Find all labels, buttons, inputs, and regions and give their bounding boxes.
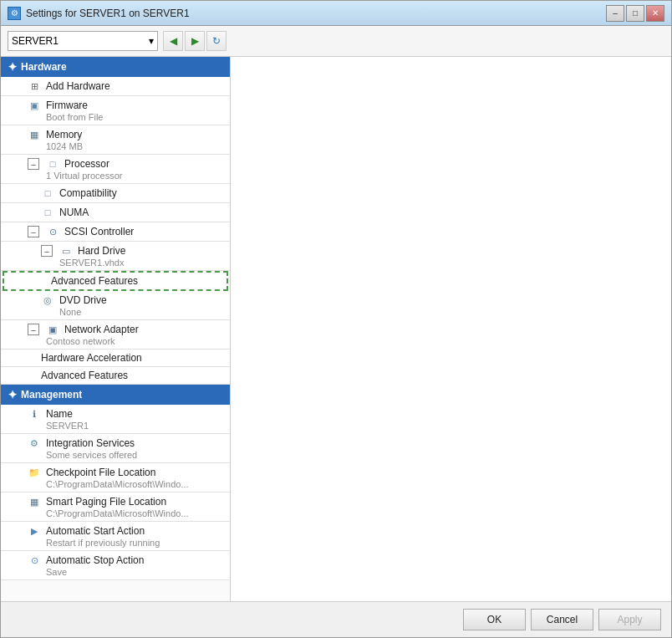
server-dropdown-value: SERVER1 (12, 35, 59, 47)
sidebar-item-network-adapter[interactable]: – ▣ Network Adapter Contoso network (1, 320, 230, 350)
ok-button[interactable]: OK (463, 609, 526, 630)
memory-sublabel: 1024 MB (46, 141, 223, 151)
sidebar-item-integration-services[interactable]: ⚙ Integration Services Some services off… (1, 434, 230, 463)
harddrive-expand-icon[interactable]: – (41, 245, 53, 257)
firmware-sublabel: Boot from File (46, 112, 223, 122)
auto-stop-sublabel: Save (46, 567, 223, 577)
window-title: Settings for SERVER1 on SERVER1 (26, 8, 190, 19)
sidebar-item-auto-stop[interactable]: ⊙ Automatic Stop Action Save (1, 551, 230, 580)
integration-sublabel: Some services offered (46, 450, 223, 460)
add-hardware-icon: ⊞ (28, 79, 41, 93)
scsi-icon: ⊙ (46, 225, 59, 238)
integration-icon: ⚙ (28, 436, 41, 450)
name-label: Name (46, 408, 73, 420)
scsi-expand-icon[interactable]: – (28, 226, 39, 237)
apply-button[interactable]: Apply (598, 609, 661, 630)
server-dropdown[interactable]: SERVER1 ▾ (8, 31, 158, 51)
sidebar-item-hard-drive[interactable]: – ▭ Hard Drive SERVER1.vhdx (1, 242, 230, 271)
autostart-icon: ▶ (28, 524, 41, 538)
hardware-star-icon: ✦ (8, 60, 18, 74)
sidebar-item-name[interactable]: ℹ Name SERVER1 (1, 405, 230, 434)
network-sublabel: Contoso network (46, 336, 223, 346)
sidebar-item-advanced-features-net[interactable]: Advanced Features (1, 367, 230, 385)
memory-icon: ▦ (28, 128, 41, 141)
title-bar-left: ⚙ Settings for SERVER1 on SERVER1 (8, 7, 190, 20)
checkpoint-label: Checkpoint File Location (46, 467, 155, 478)
checkpoint-sublabel: C:\ProgramData\Microsoft\Windo... (46, 479, 223, 489)
hardware-section-header: ✦ Hardware (1, 57, 230, 77)
sidebar-item-memory[interactable]: ▦ Memory 1024 MB (1, 125, 230, 155)
memory-label: Memory (46, 129, 82, 140)
processor-sublabel: 1 Virtual processor (46, 171, 223, 181)
firmware-icon: ▣ (28, 99, 41, 112)
name-icon: ℹ (28, 407, 41, 421)
management-section-header: ✦ Management (1, 385, 230, 405)
content-area (231, 57, 671, 601)
sidebar-item-add-hardware[interactable]: ⊞ Add Hardware (1, 77, 230, 96)
sidebar-item-checkpoint[interactable]: 📁 Checkpoint File Location C:\ProgramDat… (1, 463, 230, 493)
sidebar-item-auto-start[interactable]: ▶ Automatic Start Action Restart if prev… (1, 522, 230, 551)
nav-back-button[interactable]: ◀ (163, 31, 183, 51)
firmware-label: Firmware (46, 100, 88, 111)
network-icon: ▣ (46, 323, 59, 336)
compatibility-label: Compatibility (59, 187, 117, 199)
hardware-header-label: Hardware (21, 61, 67, 73)
auto-start-label: Automatic Start Action (46, 525, 145, 537)
processor-icon: □ (46, 157, 59, 171)
auto-stop-label: Automatic Stop Action (46, 554, 144, 566)
scsi-label: SCSI Controller (64, 226, 134, 237)
dvd-sublabel: None (59, 307, 223, 317)
harddrive-icon: ▭ (59, 244, 73, 258)
management-star-icon: ✦ (8, 388, 18, 401)
footer: OK Cancel Apply (1, 601, 671, 637)
sidebar-item-smart-paging[interactable]: ▦ Smart Paging File Location C:\ProgramD… (1, 493, 230, 522)
title-bar: ⚙ Settings for SERVER1 on SERVER1 – □ ✕ (1, 1, 671, 26)
advanced-features-net-label: Advanced Features (41, 370, 128, 381)
sidebar-item-dvd-drive[interactable]: ◎ DVD Drive None (1, 291, 230, 320)
close-button[interactable]: ✕ (646, 5, 664, 22)
network-expand-icon[interactable]: – (28, 324, 39, 335)
settings-window: ⚙ Settings for SERVER1 on SERVER1 – □ ✕ … (0, 0, 672, 638)
nav-refresh-button[interactable]: ↻ (206, 31, 227, 51)
minimize-button[interactable]: – (606, 5, 624, 22)
autostop-icon: ⊙ (28, 554, 41, 567)
window-controls: – □ ✕ (606, 5, 664, 22)
maximize-button[interactable]: □ (626, 5, 644, 22)
smart-paging-label: Smart Paging File Location (46, 496, 166, 508)
compatibility-icon: □ (41, 186, 54, 200)
sidebar-item-numa[interactable]: □ NUMA (1, 203, 230, 222)
name-sublabel: SERVER1 (46, 421, 223, 431)
network-label: Network Adapter (64, 324, 139, 335)
hardware-acceleration-label: Hardware Acceleration (41, 352, 142, 364)
dropdown-arrow-icon: ▾ (149, 35, 154, 47)
toolbar: SERVER1 ▾ ◀ ▶ ↻ (1, 26, 671, 57)
numa-label: NUMA (59, 207, 89, 218)
management-header-label: Management (21, 389, 82, 401)
sidebar-item-processor[interactable]: – □ Processor 1 Virtual processor (1, 155, 230, 184)
integration-label: Integration Services (46, 437, 135, 449)
sidebar-item-compatibility[interactable]: □ Compatibility (1, 184, 230, 203)
dvd-label: DVD Drive (59, 294, 107, 306)
sidebar-item-advanced-features-hd[interactable]: Advanced Features (3, 271, 228, 291)
sidebar-item-hardware-acceleration[interactable]: Hardware Acceleration (1, 350, 230, 367)
smart-paging-sublabel: C:\ProgramData\Microsoft\Windo... (46, 508, 223, 518)
sidebar: ✦ Hardware ⊞ Add Hardware ▣ Firmware Boo… (1, 57, 231, 601)
nav-forward-button[interactable]: ▶ (185, 31, 205, 51)
advanced-features-hd-label: Advanced Features (51, 275, 138, 287)
smartpaging-icon: ▦ (28, 495, 41, 508)
window-icon: ⚙ (8, 7, 21, 20)
auto-start-sublabel: Restart if previously running (46, 538, 223, 548)
sidebar-item-scsi-controller[interactable]: – ⊙ SCSI Controller (1, 222, 230, 242)
sidebar-item-firmware[interactable]: ▣ Firmware Boot from File (1, 96, 230, 125)
checkpoint-icon: 📁 (28, 466, 41, 479)
dvd-icon: ◎ (41, 293, 54, 307)
main-content: ✦ Hardware ⊞ Add Hardware ▣ Firmware Boo… (1, 57, 671, 601)
numa-icon: □ (41, 206, 54, 219)
processor-label: Processor (64, 158, 109, 170)
add-hardware-label: Add Hardware (46, 80, 110, 92)
harddrive-sublabel: SERVER1.vhdx (59, 258, 223, 268)
nav-buttons: ◀ ▶ ↻ (163, 31, 227, 51)
processor-expand-icon[interactable]: – (28, 158, 39, 170)
cancel-button[interactable]: Cancel (531, 609, 593, 630)
harddrive-label: Hard Drive (78, 245, 125, 257)
